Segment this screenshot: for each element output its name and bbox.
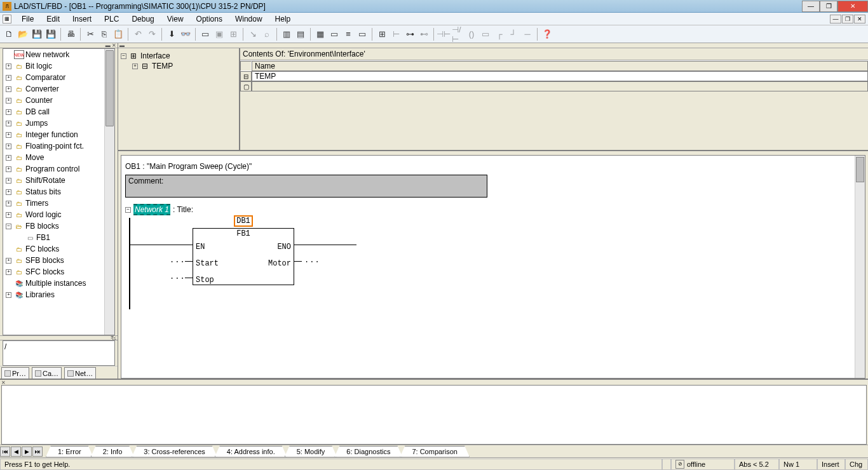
help-icon[interactable]: ❓ xyxy=(541,28,553,41)
mdi-restore-button[interactable]: ❐ xyxy=(842,15,853,24)
tree-counter[interactable]: Counter xyxy=(25,96,53,105)
connection-icon[interactable]: ─ xyxy=(521,28,534,41)
panel-handle-top[interactable]: ▬ ✕ xyxy=(0,43,118,48)
tree-jumps[interactable]: Jumps xyxy=(25,119,48,128)
expand-icon[interactable]: + xyxy=(6,121,11,126)
panel-resize[interactable]: ₹≤ xyxy=(0,335,118,340)
tree-new-network[interactable]: New network xyxy=(25,50,69,59)
expand-icon[interactable]: + xyxy=(6,166,11,172)
open-icon[interactable]: 📂 xyxy=(17,28,29,41)
tree-comparator[interactable]: Comparator xyxy=(25,73,65,82)
tab-info[interactable]: 2: Info xyxy=(91,446,135,457)
mdi-system-icon[interactable]: ▦ xyxy=(3,15,11,24)
tree-status-bits[interactable]: Status bits xyxy=(25,187,61,196)
menu-window[interactable]: Window xyxy=(229,13,269,25)
tab-program-elements[interactable]: Pr… xyxy=(1,367,29,379)
tree-multiple-instances[interactable]: Multiple instances xyxy=(25,279,86,288)
expand-icon[interactable]: + xyxy=(6,292,11,298)
goto-icon[interactable]: ↘ xyxy=(247,28,259,41)
tree-integer-fn[interactable]: Integer function xyxy=(25,130,78,139)
cut-icon[interactable]: ✂ xyxy=(84,28,97,41)
expand-icon[interactable]: + xyxy=(6,132,11,138)
expand-icon[interactable]: + xyxy=(6,178,11,184)
paste-icon[interactable]: 📋 xyxy=(112,28,125,41)
branch-open-icon[interactable]: ┌ xyxy=(493,28,506,41)
tab-nav-prev[interactable]: ◀ xyxy=(11,446,21,457)
view-overview-icon[interactable]: ▥ xyxy=(280,28,293,41)
tab-networks[interactable]: Net… xyxy=(64,367,96,379)
collapse-icon[interactable]: − xyxy=(6,224,11,229)
tab-call-structure[interactable]: Ca… xyxy=(32,367,62,379)
collapse-icon[interactable]: − xyxy=(121,53,126,59)
branch-icon[interactable]: ⊢ xyxy=(390,28,402,41)
tree-sfc-blocks[interactable]: SFC blocks xyxy=(25,267,64,276)
tree-db-call[interactable]: DB call xyxy=(25,107,50,116)
box-icon[interactable]: ▭ xyxy=(479,28,492,41)
unassigned-param[interactable]: ... xyxy=(304,256,320,265)
iface-temp[interactable]: TEMP xyxy=(152,62,173,70)
redo-icon[interactable]: ↷ xyxy=(146,28,158,41)
fbd-icon[interactable]: ▭ xyxy=(356,28,369,41)
tab-nav-next[interactable]: ▶ xyxy=(22,446,32,457)
network-collapse-icon[interactable]: − xyxy=(125,207,131,213)
tree-program-control[interactable]: Program control xyxy=(25,164,79,173)
tree-fb1[interactable]: FB1 xyxy=(36,233,50,242)
tree-bit-logic[interactable]: Bit logic xyxy=(25,62,52,70)
catalog-tree[interactable]: NEWNew network +🗀Bit logic +🗀Comparator … xyxy=(3,48,115,335)
expand-icon[interactable]: + xyxy=(6,75,11,81)
tab-address-info[interactable]: 4: Address info. xyxy=(215,446,287,457)
mdi-minimize-button[interactable]: — xyxy=(830,15,841,24)
fb-call-block[interactable]: FB1 EN ENO Start Motor Stop xyxy=(193,228,294,285)
connect-icon[interactable]: ⊶ xyxy=(403,28,416,41)
no-contact-icon[interactable]: ⊣⊢ xyxy=(437,28,450,41)
menu-help[interactable]: Help xyxy=(269,13,297,25)
menu-plc[interactable]: PLC xyxy=(98,13,125,25)
ladder-diagram[interactable]: DB1 FB1 EN ENO Start Motor Stop ... xyxy=(129,227,510,309)
module-icon[interactable]: ▭ xyxy=(199,28,212,41)
tab-nav-first[interactable]: ⏮ xyxy=(0,446,10,457)
expand-icon[interactable]: + xyxy=(6,64,11,69)
expand-icon[interactable]: + xyxy=(6,258,11,264)
filter-input[interactable] xyxy=(3,341,114,352)
tree-sfb-blocks[interactable]: SFB blocks xyxy=(25,256,64,265)
menu-file[interactable]: File xyxy=(15,13,40,25)
row-temp[interactable]: TEMP xyxy=(252,71,868,81)
tree-shift-rotate[interactable]: Shift/Rotate xyxy=(25,176,65,185)
find-icon[interactable]: ⌕ xyxy=(261,28,273,41)
nc-contact-icon[interactable]: ⊣/⊢ xyxy=(451,28,464,41)
output-coil-icon[interactable]: () xyxy=(465,28,478,41)
tab-diagnostics[interactable]: 6: Diagnostics xyxy=(334,446,402,457)
tree-fc-blocks[interactable]: FC blocks xyxy=(25,245,59,253)
right-panel-handle[interactable]: ▬ xyxy=(118,43,868,48)
tab-nav-last[interactable]: ⏭ xyxy=(32,446,43,457)
tab-error[interactable]: 1: Error xyxy=(46,446,93,457)
stl-icon[interactable]: ≡ xyxy=(342,28,355,41)
menu-insert[interactable]: Insert xyxy=(66,13,98,25)
monitor-icon[interactable]: 👓 xyxy=(179,28,192,41)
expand-icon[interactable]: + xyxy=(6,155,11,161)
ref-icon[interactable]: ⊞ xyxy=(227,28,240,41)
undo-icon[interactable]: ↶ xyxy=(132,28,144,41)
maximize-button[interactable]: ❐ xyxy=(820,1,837,12)
view-detail-icon[interactable]: ▤ xyxy=(294,28,307,41)
catalog-scrollbar[interactable] xyxy=(104,49,114,335)
tab-cross-references[interactable]: 3: Cross-references xyxy=(132,446,217,457)
expand-icon[interactable]: + xyxy=(6,98,11,104)
lad-icon[interactable]: ▭ xyxy=(328,28,341,41)
instance-db[interactable]: DB1 xyxy=(234,215,253,227)
tab-comparison[interactable]: 7: Comparison xyxy=(400,446,470,457)
expand-icon[interactable]: + xyxy=(132,64,138,69)
expand-icon[interactable]: + xyxy=(6,189,11,195)
minimize-button[interactable]: — xyxy=(802,1,820,12)
tree-move[interactable]: Move xyxy=(25,153,44,162)
expand-icon[interactable]: + xyxy=(6,109,11,115)
download-icon[interactable]: ⬇ xyxy=(165,28,178,41)
print-icon[interactable]: 🖶 xyxy=(64,28,77,41)
block-icon[interactable]: ▣ xyxy=(213,28,226,41)
coil-icon[interactable]: ⊷ xyxy=(417,28,430,41)
menu-options[interactable]: Options xyxy=(190,13,229,25)
catalog-icon[interactable]: ▦ xyxy=(314,28,327,41)
unassigned-param[interactable]: ... xyxy=(170,272,186,281)
menu-debug[interactable]: Debug xyxy=(125,13,160,25)
mdi-close-button[interactable]: ✕ xyxy=(854,15,865,24)
